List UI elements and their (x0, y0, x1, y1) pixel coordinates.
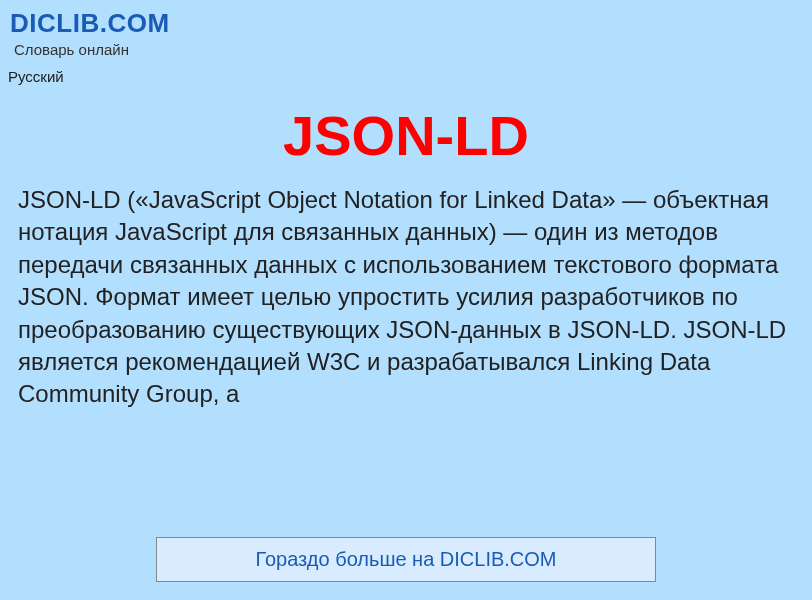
footer-link-container: Гораздо больше на DICLIB.COM (156, 537, 656, 582)
more-link[interactable]: Гораздо больше на DICLIB.COM (255, 548, 556, 570)
site-title[interactable]: DICLIB.COM (10, 8, 802, 39)
page-title: JSON-LD (0, 103, 812, 168)
language-current: Русский (8, 68, 64, 85)
article-description: JSON-LD («JavaScript Object Notation for… (0, 184, 812, 411)
site-subtitle: Словарь онлайн (14, 41, 802, 58)
language-selector[interactable]: Русский (0, 60, 812, 85)
header: DICLIB.COM Словарь онлайн (0, 0, 812, 60)
